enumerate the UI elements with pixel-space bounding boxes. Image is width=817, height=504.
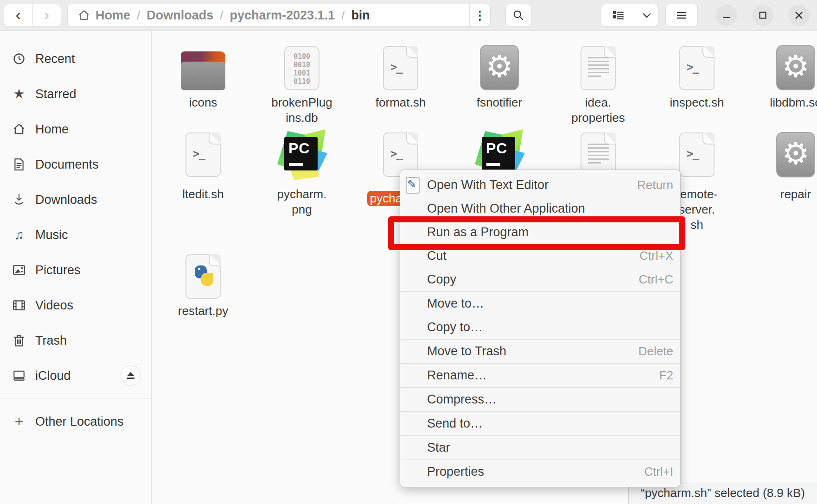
- gear-icon: ⚙: [776, 132, 815, 177]
- minimize-icon: [721, 10, 732, 20]
- shortcut-label: F2: [659, 368, 673, 383]
- menu-item-run-as-a-program[interactable]: Run as a Program: [400, 220, 680, 244]
- sidebar-item-starred[interactable]: ★ Starred: [4, 81, 147, 107]
- sidebar-item-downloads[interactable]: Downloads: [4, 187, 147, 213]
- back-button[interactable]: ‹: [4, 4, 32, 26]
- video-icon: [11, 299, 27, 311]
- forward-button[interactable]: ›: [32, 4, 61, 26]
- file-fsnotifier[interactable]: ⚙ fsnotifier: [453, 44, 546, 110]
- sidebar-item-label: Trash: [35, 334, 67, 348]
- shell-script-icon: >_: [185, 132, 221, 177]
- maximize-button[interactable]: [752, 5, 773, 26]
- search-icon: [512, 9, 524, 21]
- breadcrumb-current-bin: bin: [351, 8, 370, 23]
- menu-item-properties[interactable]: Properties Ctrl+I: [400, 460, 680, 484]
- star-icon: ★: [11, 88, 27, 101]
- file-inspect-sh[interactable]: >_ inspect.sh: [651, 44, 743, 110]
- sidebar-item-documents[interactable]: Documents: [4, 151, 147, 177]
- shortcut-label: Ctrl+C: [639, 272, 673, 287]
- sidebar-item-label: Other Locations: [35, 415, 124, 429]
- breadcrumb-downloads[interactable]: Downloads: [147, 8, 213, 23]
- file-repair[interactable]: ⚙ repair: [749, 127, 817, 202]
- menu-item-open-with-other-application[interactable]: Open With Other Application: [400, 197, 680, 220]
- menu-item-move-to-trash[interactable]: Move to Trash Delete: [400, 340, 680, 363]
- sidebar-item-icloud[interactable]: iCloud: [4, 363, 147, 389]
- folder-icon: [181, 51, 225, 90]
- laptop-icon: [11, 370, 27, 382]
- file-brokenplugins-db[interactable]: 0100001010010110 brokenPlugins.db: [255, 44, 348, 126]
- close-button[interactable]: [788, 5, 810, 26]
- sidebar-item-music[interactable]: ♫ Music: [4, 222, 147, 248]
- nav-buttons: ‹ ›: [4, 4, 61, 27]
- menu-item-copy-to[interactable]: Copy to…: [400, 315, 680, 339]
- home-icon: [11, 123, 27, 136]
- main-menu-button[interactable]: [665, 4, 698, 27]
- view-options-button[interactable]: [636, 4, 658, 26]
- sidebar-item-home[interactable]: Home: [4, 116, 147, 142]
- menu-item-copy[interactable]: Copy Ctrl+C: [400, 268, 680, 291]
- python-file-icon: [185, 254, 221, 299]
- sidebar-item-label: Recent: [35, 52, 75, 66]
- sidebar: Recent ★ Starred Home Documents Download…: [0, 31, 152, 504]
- sidebar-item-label: Starred: [35, 87, 77, 101]
- file-manager-window: ‹ › Home / Downloads / pycharm-2023.1.1 …: [0, 0, 817, 504]
- shortcut-label: Delete: [638, 344, 673, 359]
- music-icon: ♫: [11, 228, 27, 241]
- shortcut-label: Return: [637, 178, 673, 192]
- file-libdbm-so[interactable]: ⚙ libdbm.so: [749, 44, 817, 110]
- close-icon: [794, 10, 804, 20]
- search-button[interactable]: [505, 4, 531, 27]
- chevron-down-icon: [641, 10, 652, 21]
- menu-item-move-to[interactable]: Move to…: [400, 292, 680, 315]
- pycharm-logo-icon: PC: [276, 129, 327, 180]
- menu-item-send-to[interactable]: Send to…: [400, 412, 680, 435]
- file-format-sh[interactable]: >_ format.sh: [354, 44, 447, 110]
- menu-item-cut[interactable]: Cut Ctrl+X: [400, 244, 680, 268]
- kebab-menu-icon[interactable]: ⋮: [470, 8, 490, 23]
- eject-icon: [126, 371, 135, 380]
- sidebar-item-recent[interactable]: Recent: [4, 46, 147, 72]
- menu-item-open-with-text-editor[interactable]: ✎ Open With Text Editor Return: [400, 173, 680, 197]
- file-idea-properties[interactable]: idea.properties: [552, 44, 645, 126]
- shell-script-icon: >_: [679, 132, 715, 177]
- breadcrumb: Home / Downloads / pycharm-2023.1.1 / bi…: [67, 4, 491, 27]
- breadcrumb-separator: /: [341, 8, 345, 23]
- hamburger-menu-icon: [675, 10, 688, 21]
- trash-icon: [11, 334, 27, 347]
- breadcrumb-pycharm-dir[interactable]: pycharm-2023.1.1: [230, 8, 335, 23]
- sidebar-item-label: Documents: [35, 158, 99, 172]
- menu-item-rename[interactable]: Rename… F2: [400, 364, 680, 387]
- home-icon: [78, 9, 90, 21]
- sidebar-item-pictures[interactable]: Pictures: [4, 257, 147, 283]
- breadcrumb-home[interactable]: Home: [96, 8, 130, 23]
- chevron-left-icon: ‹: [16, 6, 21, 22]
- sidebar-item-other-locations[interactable]: + Other Locations: [4, 409, 147, 435]
- menu-item-compress[interactable]: Compress…: [400, 388, 680, 411]
- header-bar: ‹ › Home / Downloads / pycharm-2023.1.1 …: [0, 0, 817, 31]
- chevron-right-icon: ›: [44, 6, 49, 22]
- file-icons-folder[interactable]: icons: [157, 44, 249, 110]
- eject-button[interactable]: [121, 365, 141, 386]
- sidebar-divider: [0, 398, 151, 398]
- shortcut-label: Ctrl+I: [644, 465, 673, 479]
- file-pycharm-png[interactable]: PC pycharm.png: [255, 127, 348, 217]
- view-toggle: [601, 4, 658, 27]
- file-ltedit-sh[interactable]: >_ ltedit.sh: [157, 127, 249, 202]
- sidebar-item-label: iCloud: [35, 369, 71, 383]
- file-restart-py[interactable]: restart.py: [157, 252, 249, 319]
- shell-script-icon: >_: [679, 46, 715, 90]
- sidebar-item-trash[interactable]: Trash: [4, 328, 147, 353]
- minimize-button[interactable]: [716, 5, 737, 26]
- document-icon: [11, 158, 27, 171]
- breadcrumb-menu-zone: ⋮: [469, 4, 490, 26]
- menu-item-star[interactable]: Star: [400, 436, 680, 460]
- text-doc-icon: [581, 46, 616, 90]
- picture-icon: [11, 264, 27, 276]
- sidebar-item-videos[interactable]: Videos: [4, 292, 147, 318]
- list-view-button[interactable]: [601, 4, 636, 26]
- gear-icon: ⚙: [480, 45, 519, 90]
- shell-script-icon: >_: [383, 46, 418, 90]
- breadcrumb-separator: /: [220, 8, 223, 23]
- selection-status-text: “pycharm.sh” selected (8.9 kB): [641, 486, 805, 500]
- context-menu: ✎ Open With Text Editor Return Open With…: [400, 170, 681, 487]
